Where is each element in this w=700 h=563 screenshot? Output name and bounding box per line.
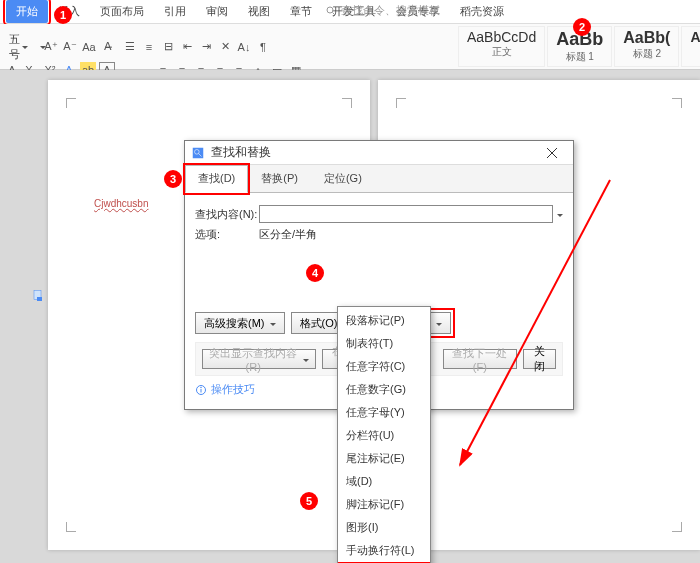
dd-paragraph-mark[interactable]: 段落标记(P) <box>338 309 430 332</box>
advanced-search-button[interactable]: 高级搜索(M) <box>195 312 285 334</box>
dd-field[interactable]: 域(D) <box>338 470 430 493</box>
search-placeholder: 查找命令、搜索模板 <box>341 3 440 18</box>
dialog-tabs: 查找(D) 替换(P) 定位(G) <box>185 165 573 193</box>
dialog-close-button[interactable] <box>537 142 567 164</box>
callout-5: 5 <box>300 492 318 510</box>
options-label: 选项: <box>195 227 259 242</box>
find-content-input[interactable] <box>259 205 553 223</box>
command-search[interactable]: 查找命令、搜索模板 <box>325 3 440 18</box>
dialog-tab-find[interactable]: 查找(D) <box>185 165 248 193</box>
dialog-titlebar[interactable]: 查找和替换 <box>185 141 573 165</box>
dialog-title: 查找和替换 <box>211 144 537 161</box>
sort-icon[interactable]: A↓ <box>236 39 252 55</box>
tab-review[interactable]: 审阅 <box>196 0 238 23</box>
bullets-icon[interactable]: ☰ <box>122 39 138 55</box>
menu-tabs: 开始 插入 页面布局 引用 审阅 视图 章节 开发工具 会员专享 稻壳资源 查找… <box>0 0 700 24</box>
callout-1: 1 <box>54 6 72 24</box>
tab-docer[interactable]: 稻壳资源 <box>450 0 514 23</box>
find-content-label: 查找内容(N): <box>195 207 259 222</box>
dd-any-digit[interactable]: 任意数字(G) <box>338 378 430 401</box>
style-normal[interactable]: AaBbCcDd正文 <box>458 26 545 67</box>
tab-chapter[interactable]: 章节 <box>280 0 322 23</box>
svg-point-14 <box>200 386 202 388</box>
indent-inc-icon[interactable]: ⇥ <box>198 39 214 55</box>
ribbon: 五号 A⁺ A⁻ Aa A̶ ☰ ≡ ⊟ ⇤ ⇥ ✕ A↓ ¶ A X₂ X² … <box>0 24 700 70</box>
dialog-icon <box>191 146 205 160</box>
style-h3[interactable]: AaBbC标题 3 <box>681 26 700 67</box>
page1-text: Cjwdhcusbn <box>94 198 148 209</box>
dd-any-letter[interactable]: 任意字母(Y) <box>338 401 430 424</box>
dd-column-break[interactable]: 分栏符(U) <box>338 424 430 447</box>
tab-ref[interactable]: 引用 <box>154 0 196 23</box>
dialog-tab-replace[interactable]: 替换(P) <box>248 165 311 192</box>
numbering-icon[interactable]: ≡ <box>141 39 157 55</box>
close-icon <box>546 147 558 159</box>
svg-rect-15 <box>201 389 202 393</box>
multilevel-icon[interactable]: ⊟ <box>160 39 176 55</box>
svg-rect-7 <box>37 297 42 301</box>
dd-tab-char[interactable]: 制表符(T) <box>338 332 430 355</box>
phonetic-icon[interactable]: ✕ <box>217 39 233 55</box>
clear-format-icon[interactable]: A̶ <box>100 39 116 55</box>
tab-layout[interactable]: 页面布局 <box>90 0 154 23</box>
dd-footnote-mark[interactable]: 脚注标记(F) <box>338 493 430 516</box>
find-next-button[interactable]: 查找下一处(F) <box>443 349 517 369</box>
page-nav-icon[interactable] <box>32 288 44 302</box>
shrink-font-icon[interactable]: A⁻ <box>62 39 78 55</box>
dd-endnote-mark[interactable]: 尾注标记(E) <box>338 447 430 470</box>
highlight-results-button[interactable]: 突出显示查找内容(R) <box>202 349 316 369</box>
options-value: 区分全/半角 <box>259 227 317 242</box>
callout-2: 2 <box>573 18 591 36</box>
show-marks-icon[interactable]: ¶ <box>255 39 271 55</box>
svg-point-0 <box>327 7 333 13</box>
svg-rect-8 <box>193 147 204 158</box>
font-size-step[interactable] <box>33 42 43 52</box>
search-icon <box>325 5 337 17</box>
close-button[interactable]: 关闭 <box>523 349 556 369</box>
style-h2[interactable]: AaBb(标题 2 <box>614 26 679 67</box>
tab-start[interactable]: 开始 <box>6 0 48 23</box>
info-icon <box>195 384 207 396</box>
change-case-icon[interactable]: Aa <box>81 39 97 55</box>
find-content-dropdown[interactable] <box>555 208 563 220</box>
indent-dec-icon[interactable]: ⇤ <box>179 39 195 55</box>
dd-graphic[interactable]: 图形(I) <box>338 516 430 539</box>
callout-4: 4 <box>306 264 324 282</box>
dd-manual-line-break[interactable]: 手动换行符(L) <box>338 539 430 562</box>
special-format-menu: 段落标记(P) 制表符(T) 任意字符(C) 任意数字(G) 任意字母(Y) 分… <box>337 306 431 563</box>
font-size-select[interactable]: 五号 <box>4 30 33 64</box>
svg-line-1 <box>333 12 336 15</box>
callout-3: 3 <box>164 170 182 188</box>
tab-view[interactable]: 视图 <box>238 0 280 23</box>
dd-any-char[interactable]: 任意字符(C) <box>338 355 430 378</box>
dialog-tab-goto[interactable]: 定位(G) <box>311 165 375 192</box>
